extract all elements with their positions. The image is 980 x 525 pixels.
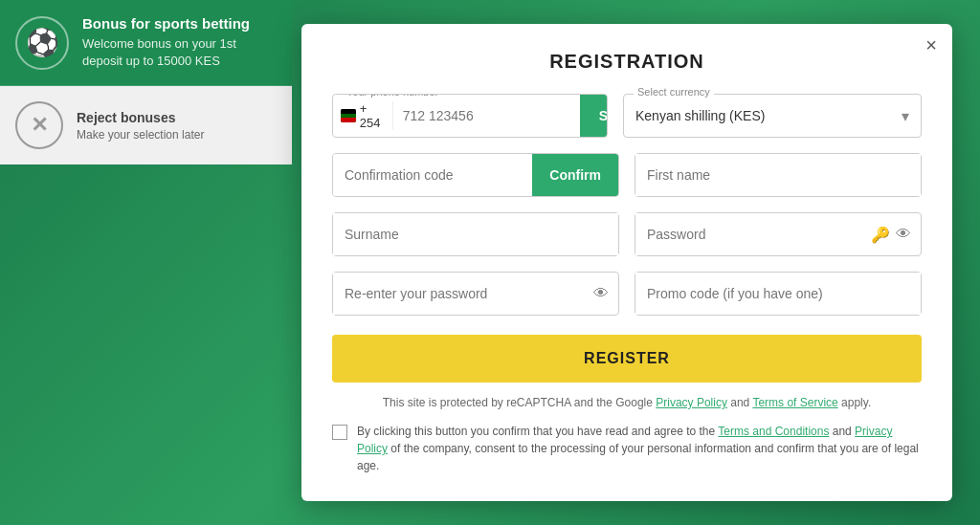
bonus-card[interactable]: ⚽ Bonus for sports betting Welcome bonus… xyxy=(0,0,292,86)
password-field-wrap: 🔑 👁 xyxy=(635,212,922,256)
recaptcha-text: This site is protected by reCAPTCHA and … xyxy=(332,396,922,409)
currency-label: Select currency xyxy=(634,86,714,98)
surname-input[interactable] xyxy=(333,213,618,255)
reject-card[interactable]: ✕ Reject bonuses Make your selection lat… xyxy=(0,86,292,164)
password-input[interactable] xyxy=(635,213,871,255)
kenya-flag-icon xyxy=(341,109,356,122)
reject-subtitle: Make your selection later xyxy=(77,128,204,142)
reenter-promo-row: 👁 xyxy=(332,272,922,316)
firstname-input[interactable] xyxy=(635,154,921,196)
phone-label: Your phone number xyxy=(343,94,442,98)
bonus-description: Welcome bonus on your 1st deposit up to … xyxy=(82,35,277,70)
eye-off-icon[interactable]: 👁 xyxy=(896,226,911,243)
currency-field-wrap: Select currency Kenyan shilling (KES) US… xyxy=(623,94,922,138)
left-panel: ⚽ Bonus for sports betting Welcome bonus… xyxy=(0,0,292,525)
surname-field-wrap xyxy=(332,212,619,256)
reenter-eye-icon[interactable]: 👁 xyxy=(593,285,618,302)
phone-prefix: + 254 xyxy=(360,101,385,130)
terms-checkbox[interactable] xyxy=(332,425,347,440)
terms-of-service-link[interactable]: Terms of Service xyxy=(752,396,837,409)
privacy-policy-link[interactable]: Privacy Policy xyxy=(656,396,727,409)
terms-text: By clicking this button you confirm that… xyxy=(357,423,922,474)
terms-conditions-link[interactable]: Terms and Conditions xyxy=(718,425,829,438)
modal-title: REGISTRATION xyxy=(332,51,922,73)
confirmation-field-wrap: Confirm xyxy=(332,153,619,197)
close-button[interactable]: × xyxy=(925,35,937,55)
promo-field-wrap xyxy=(635,272,922,316)
soccer-ball-icon: ⚽ xyxy=(15,16,69,70)
password-icons: 🔑 👁 xyxy=(871,226,921,244)
reject-title: Reject bonuses xyxy=(77,110,204,125)
surname-password-row: 🔑 👁 xyxy=(332,212,922,256)
firstname-field-wrap xyxy=(635,153,922,197)
flag-prefix: + 254 xyxy=(333,101,393,130)
reject-icon: ✕ xyxy=(15,101,63,149)
bonus-text: Bonus for sports betting Welcome bonus o… xyxy=(82,15,277,70)
register-button[interactable]: REGISTER xyxy=(332,335,922,383)
reenter-field-wrap: 👁 xyxy=(332,272,619,316)
chevron-down-icon: ▾ xyxy=(902,107,909,125)
confirm-name-row: Confirm xyxy=(332,153,922,197)
bonus-title: Bonus for sports betting xyxy=(82,15,277,32)
phone-input[interactable] xyxy=(393,95,580,137)
send-sms-button[interactable]: Send SMS xyxy=(580,95,608,137)
promo-input[interactable] xyxy=(635,273,921,315)
phone-currency-row: Your phone number + 254 Send SMS Select … xyxy=(332,94,922,138)
currency-select[interactable]: Kenyan shilling (KES) USD EUR xyxy=(635,95,902,137)
reenter-password-input[interactable] xyxy=(333,273,593,315)
reject-text: Reject bonuses Make your selection later xyxy=(77,110,204,142)
registration-modal: × REGISTRATION Your phone number + 254 S… xyxy=(301,24,952,501)
confirm-button[interactable]: Confirm xyxy=(532,154,618,196)
key-icon: 🔑 xyxy=(871,226,890,244)
confirmation-input[interactable] xyxy=(333,154,532,196)
terms-row: By clicking this button you confirm that… xyxy=(332,423,922,474)
phone-field-wrap: Your phone number + 254 Send SMS xyxy=(332,94,608,138)
